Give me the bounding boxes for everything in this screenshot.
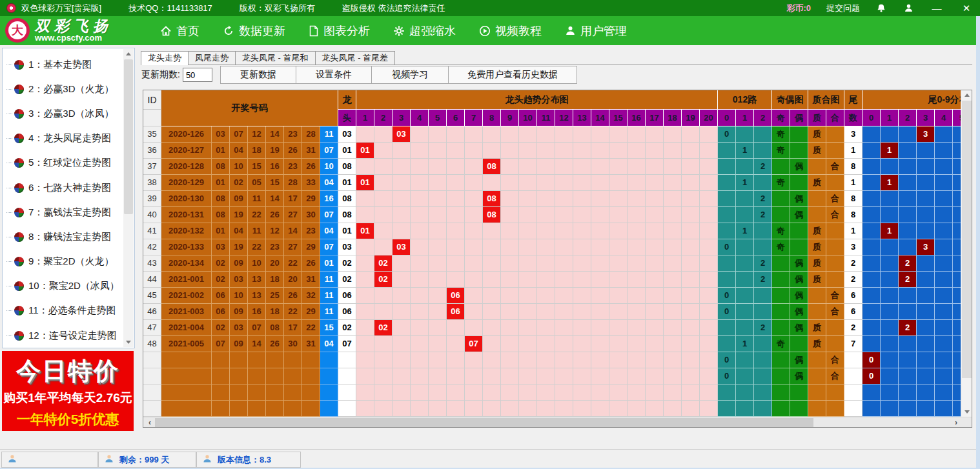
sidebar-item-8[interactable]: 8：赚钱法宝走势图 <box>3 225 123 249</box>
sidebar-item-10[interactable]: 10：聚宝2D（冰凤） <box>3 274 123 299</box>
period-count-input[interactable] <box>183 68 212 82</box>
scroll-down-icon[interactable] <box>123 337 134 347</box>
sidebar-item-12[interactable]: 12：连号设定走势图 <box>3 323 123 348</box>
sidebar-scrollbar[interactable] <box>123 49 134 347</box>
red-ball-cell: 15 <box>266 175 284 191</box>
road-cell <box>718 272 736 288</box>
red-ball-cell: 28 <box>284 175 302 191</box>
trend-cell <box>591 272 609 288</box>
pie-chart-icon <box>14 208 24 217</box>
pie-chart-icon <box>14 60 24 70</box>
action-button-3[interactable]: 免费用户查看历史数据 <box>448 66 577 84</box>
zhihe-cell: 质 <box>808 126 826 143</box>
tab-1[interactable]: 凤尾走势 <box>188 51 236 65</box>
submit-question-link[interactable]: 提交问题 <box>826 3 860 14</box>
trend-cell <box>664 320 682 336</box>
table-horizontal-scrollbar[interactable]: ‹ › <box>143 417 972 427</box>
sidebar-item-9[interactable]: 9：聚宝2D（火龙） <box>3 250 123 274</box>
header-draw-numbers: 开奖号码 <box>161 90 338 126</box>
sidebar-item-5[interactable]: 5：红球定位走势图 <box>3 151 123 175</box>
tail-dist-cell <box>863 384 881 401</box>
header-trend-col: 11 <box>537 110 555 126</box>
trend-cell <box>356 272 374 288</box>
nav-item-3[interactable]: 超强缩水 <box>393 23 456 39</box>
road-cell <box>718 401 736 417</box>
parity-cell <box>772 191 790 207</box>
trend-cell <box>609 239 628 255</box>
tab-2[interactable]: 龙头凤尾 - 首尾和 <box>235 51 316 65</box>
red-ball-cell: 10 <box>248 255 266 272</box>
blue-ball-cell <box>320 352 338 368</box>
zhihe-cell <box>808 159 826 175</box>
nav-item-5[interactable]: 用户管理 <box>565 23 627 39</box>
scroll-left-icon[interactable]: ‹ <box>145 417 155 427</box>
sidebar-item-11[interactable]: 11：必选条件走势图 <box>3 299 123 323</box>
close-button[interactable]: ✕ <box>959 3 974 13</box>
trend-cell <box>465 272 483 288</box>
h-scroll-thumb[interactable] <box>155 418 813 427</box>
scroll-up-icon[interactable] <box>123 49 134 59</box>
trend-cell <box>682 384 700 401</box>
tail-dist-cell <box>863 288 881 304</box>
trend-cell <box>628 336 646 352</box>
blue-ball-cell: 07 <box>320 143 338 159</box>
trend-cell <box>356 288 374 304</box>
tab-0[interactable]: 龙头走势 <box>141 51 189 65</box>
trend-cell <box>447 320 465 336</box>
tail-dist-cell <box>863 304 881 320</box>
brand: 大 双彩飞扬 www.cpscfy.com <box>5 18 112 43</box>
header-trend-col: 8 <box>483 110 501 126</box>
sidebar-item-2[interactable]: 2：必赢3D（火龙） <box>3 77 123 101</box>
nav-item-2[interactable]: 图表分析 <box>309 23 370 39</box>
notification-bell-icon[interactable] <box>875 3 887 14</box>
scroll-down-icon[interactable] <box>961 407 972 417</box>
parity-cell <box>790 223 808 239</box>
sidebar-scroll-thumb[interactable] <box>124 59 133 214</box>
scroll-up-icon[interactable] <box>961 90 972 100</box>
action-button-0[interactable]: 更新数据 <box>220 66 296 84</box>
nav-item-1[interactable]: 数据更新 <box>223 23 285 39</box>
parity-cell: 偶 <box>790 320 808 336</box>
trend-cell <box>591 304 609 320</box>
trend-cell <box>682 143 700 159</box>
sidebar-item-6[interactable]: 6：七路大神走势图 <box>3 175 123 200</box>
blue-ball-cell: 11 <box>320 304 338 320</box>
trend-cell <box>501 223 519 239</box>
header-taildist-col: 0 <box>863 110 881 126</box>
tail-dist-cell <box>899 352 917 368</box>
trend-cell <box>447 272 465 288</box>
blue-ball-cell: 16 <box>320 191 338 207</box>
table-vertical-scrollbar[interactable] <box>961 90 972 417</box>
sidebar-item-1[interactable]: 1：基本走势图 <box>3 52 123 77</box>
scroll-right-icon[interactable]: › <box>951 417 961 427</box>
sidebar-item-4[interactable]: 4：龙头凤尾走势图 <box>3 126 123 151</box>
sidebar-item-3[interactable]: 3：必赢3D（冰凤） <box>3 101 123 126</box>
account-icon[interactable] <box>903 3 914 14</box>
trend-cell <box>519 304 537 320</box>
trend-cell <box>465 223 483 239</box>
trend-cell <box>465 159 483 175</box>
minimize-button[interactable]: — <box>930 3 944 13</box>
nav-item-0[interactable]: 首页 <box>160 23 199 39</box>
trend-cell <box>628 191 646 207</box>
v-scroll-thumb[interactable] <box>962 101 972 378</box>
trend-cell <box>429 288 447 304</box>
road-cell <box>718 143 736 159</box>
sidebar-item-7[interactable]: 7：赢钱法宝走势图 <box>3 200 123 225</box>
promo-banner[interactable]: 今日特价 购买1年平均每天2.76元 一年特价5折优惠 <box>2 351 134 431</box>
action-button-2[interactable]: 视频学习 <box>371 66 449 84</box>
road-cell <box>754 368 772 384</box>
pie-chart-icon <box>14 134 24 143</box>
trend-cell <box>374 304 393 320</box>
red-ball-cell: 01 <box>212 143 230 159</box>
red-ball-cell: 18 <box>266 304 284 320</box>
trend-cell <box>682 352 700 368</box>
app-logo-icon <box>6 3 16 13</box>
trend-cell <box>537 143 555 159</box>
tab-3[interactable]: 龙头凤尾 - 首尾差 <box>315 51 396 65</box>
nav-item-4[interactable]: 视频教程 <box>479 23 542 39</box>
id-cell: 41 <box>143 223 161 239</box>
red-ball-cell: 31 <box>302 336 320 352</box>
trend-cell <box>519 272 537 288</box>
action-button-1[interactable]: 设置条件 <box>296 66 372 84</box>
